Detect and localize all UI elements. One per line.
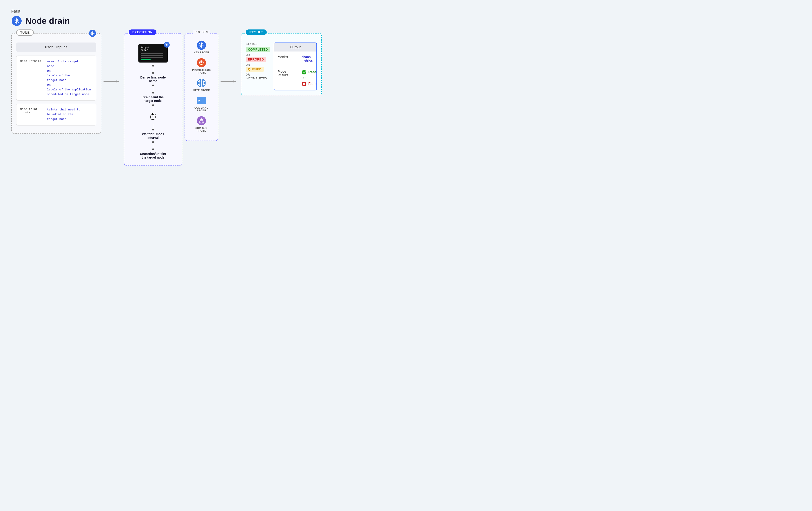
prometheus-probe-icon: 🔥 — [197, 58, 206, 68]
passed-icon — [301, 70, 307, 75]
k8s-probe: K8S PROBE — [190, 40, 213, 54]
http-probe-icon — [197, 78, 206, 88]
tune-badge: TUNE — [16, 29, 34, 36]
node-line-1 — [141, 53, 163, 54]
http-probe: HTTP PROBE — [190, 78, 213, 92]
node-taint-label: Node taintinputs — [20, 108, 42, 121]
svg-point-1 — [16, 20, 18, 22]
output-header: Output — [274, 43, 316, 52]
probe-results-row: ProbeResults Passed OR — [278, 70, 313, 86]
user-inputs-title: User Inputs — [45, 46, 67, 49]
probe-key: ProbeResults — [278, 70, 298, 77]
prometheus-probe-label: PROMETHEUSPROBE — [192, 69, 211, 74]
status-column: STATUS COMPLETED OR ERRORED OR QUEUED OR… — [246, 42, 270, 87]
svg-text:▶_: ▶_ — [199, 98, 202, 102]
status-incompleted: INCOMPLETED — [246, 77, 270, 80]
command-probe-icon: ▶_ — [197, 96, 206, 106]
svg-marker-25 — [233, 81, 236, 83]
kubernetes-icon-large — [11, 16, 22, 26]
srm-probe: SRM SLOPROBE — [190, 116, 213, 132]
node-details-label: Node Details — [20, 59, 42, 97]
svg-point-23 — [200, 121, 203, 123]
line-2 — [153, 87, 153, 91]
status-title: STATUS — [246, 42, 270, 46]
svg-point-3 — [92, 33, 93, 34]
line-3b — [153, 124, 153, 128]
tune-k8s-badge — [89, 29, 96, 38]
passed-row: Passed — [301, 70, 317, 75]
command-probe-label: COMMANDPROBE — [195, 107, 208, 112]
srm-probe-icon — [197, 116, 206, 126]
probes-label: PROBES — [193, 30, 210, 34]
metrics-row: Metrics chaos metrics — [278, 55, 313, 66]
metrics-value: chaos metrics — [301, 55, 313, 62]
http-probe-label: HTTP PROBE — [193, 89, 210, 92]
svg-marker-5 — [116, 81, 119, 83]
line-4 — [153, 144, 153, 148]
failed-label: Failed — [308, 82, 317, 86]
dot-2b — [152, 92, 154, 94]
fault-label: Fault — [11, 9, 801, 14]
node-taint-values: taints that need tobe added on thetarget… — [47, 108, 80, 121]
passed-label: Passed — [308, 70, 317, 74]
dot-3 — [152, 104, 154, 106]
node-line-2 — [141, 55, 163, 56]
node-line-green — [141, 59, 150, 60]
dot-1 — [152, 65, 154, 67]
step-dot-1 — [152, 65, 154, 74]
or-1: OR — [246, 53, 270, 56]
k8s-probe-label: K8S PROBE — [194, 51, 209, 54]
or-3: OR — [246, 73, 270, 76]
execution-badge: EXECUTION — [129, 29, 156, 35]
arrow-tune-to-execution — [101, 78, 121, 85]
tune-section: TUNE User Inputs — [11, 33, 101, 133]
arrow-probes-to-result — [218, 78, 238, 85]
target-nodes-lines — [141, 53, 166, 60]
probes-section: PROBES K8S PROBE — [184, 33, 218, 141]
target-k8s-badge — [164, 41, 170, 48]
probe-results-col: Passed OR Failed — [301, 70, 317, 86]
output-card: Output Metrics chaos metrics ProbeResult… — [274, 42, 317, 90]
prometheus-probe: 🔥 PROMETHEUSPROBE — [190, 58, 213, 74]
diagram: TUNE User Inputs — [11, 33, 801, 166]
step-label-3: Wait for ChaosInterval — [142, 132, 164, 140]
dot-1b — [152, 72, 154, 74]
svg-point-7 — [166, 44, 168, 46]
user-inputs-card: User Inputs — [16, 42, 96, 52]
status-completed: COMPLETED — [246, 47, 270, 52]
page-title: Node drain — [25, 16, 70, 26]
dot-2 — [152, 85, 154, 86]
metrics-key: Metrics — [278, 55, 298, 59]
status-errored: ERRORED — [246, 57, 266, 62]
status-queued: QUEUED — [246, 67, 264, 72]
line-1 — [153, 67, 153, 71]
step-dot-3b — [152, 124, 154, 130]
result-section: RESULT STATUS COMPLETED OR ERRORED OR QU… — [241, 33, 322, 95]
or-probe: OR — [301, 77, 317, 80]
execution-section: EXECUTION Targetnodes — [124, 33, 182, 166]
clock-icon: ⏱ — [149, 113, 157, 122]
node-taint-row: Node taintinputs taints that need tobe a… — [16, 104, 96, 125]
step-label-1: Derive final nodename — [140, 76, 166, 83]
node-details-values: name of the targetnode OR labels of thet… — [47, 59, 91, 97]
svg-point-9 — [201, 44, 203, 46]
dot-4 — [152, 141, 154, 143]
page-header: Fault Node drain — [11, 9, 801, 26]
step-dot-3 — [152, 104, 154, 111]
output-body: Metrics chaos metrics ProbeResults — [274, 52, 316, 90]
srm-probe-label: SRM SLOPROBE — [195, 127, 207, 132]
or-2: OR — [246, 63, 270, 66]
step-label-4: Uncordon/untaintthe target node — [140, 152, 166, 159]
step-label-2: Drain/taint thetarget node — [142, 95, 164, 102]
step-dot-4 — [152, 141, 154, 150]
result-badge: RESULT — [246, 29, 267, 35]
command-probe: ▶_ COMMANDPROBE — [190, 96, 213, 112]
execution-steps: Targetnodes — [129, 40, 176, 160]
failed-row: Failed — [301, 82, 317, 86]
svg-point-26 — [302, 70, 306, 74]
node-line-3 — [141, 57, 163, 58]
dot-4b — [152, 148, 154, 150]
target-nodes-card: Targetnodes — [138, 44, 168, 62]
k8s-probe-icon — [197, 40, 206, 50]
node-details-row: Node Details name of the targetnode OR l… — [16, 56, 96, 100]
